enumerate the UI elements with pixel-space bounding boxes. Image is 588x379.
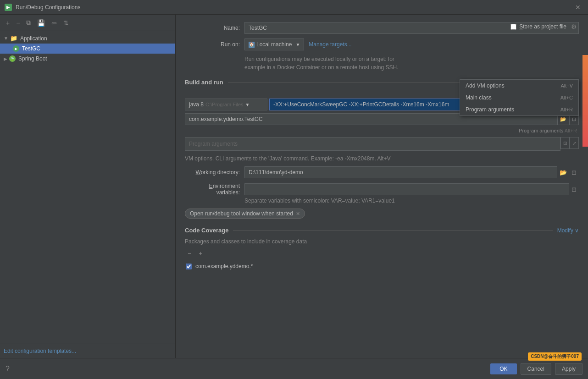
help-icon[interactable]: ? [6, 365, 10, 373]
expand-icon-application: ▼ [4, 36, 8, 41]
run-on-label: Run on: [185, 41, 244, 48]
sidebar-group-label-springboot: Spring Boot [18, 55, 47, 62]
code-coverage-title: Code Coverage [185, 227, 228, 234]
program-args-fullscreen-btn[interactable]: ⤢ [570, 137, 579, 149]
env-vars-label: Environment variables: [185, 183, 244, 196]
build-run-section-header: Build and run Modify options ∨ Alt+M Add… [185, 79, 579, 86]
java-path-label: C:\Program Files [205, 102, 244, 107]
env-vars-description: Separate variables with semicolon: VAR=v… [244, 198, 579, 204]
open-debug-chip-text: Open run/debug tool window when started [190, 210, 293, 217]
coverage-toolbar: − + [185, 248, 579, 258]
coverage-packages-label: Packages and classes to include in cover… [185, 238, 579, 245]
edit-templates-link[interactable]: Edit configuration templates... [4, 348, 76, 354]
modify-options-area: Modify options ∨ Alt+M Add VM options Al… [519, 79, 579, 86]
program-args-label-row: Program arguments Alt+R [185, 128, 579, 133]
close-button[interactable]: ✕ [572, 3, 583, 12]
name-label: Name: [185, 25, 244, 31]
program-args-label: Program arguments Alt+R [519, 128, 577, 133]
run-on-desc-line2: example in a Docker Container or on a re… [244, 63, 579, 71]
coverage-item-text: com.example.yddemo.* [195, 263, 253, 269]
sidebar-toolbar: + − ⧉ 💾 ⇦ ⇅ [0, 15, 175, 31]
open-debug-chip-container: Open run/debug tool window when started … [185, 209, 305, 219]
bottom-bar: ? OK Cancel Apply [0, 358, 588, 379]
run-on-value: Local machine [256, 41, 292, 48]
app-icon: ▶ [5, 4, 12, 11]
java-version-label: java 8 [189, 101, 204, 108]
run-on-row: Run on: 🏠 Local machine ▼ Manage targets… [185, 38, 579, 50]
home-icon: 🏠 [249, 42, 255, 48]
close-chip-btn[interactable]: ✕ [296, 211, 300, 217]
coverage-item: com.example.yddemo.* [185, 261, 579, 271]
code-coverage-header: Code Coverage Modify ∨ [185, 227, 579, 234]
program-args-expand-btn[interactable]: ⊡ [560, 137, 570, 149]
vm-description: VM options. CLI arguments to the 'Java' … [185, 155, 579, 162]
store-as-project-label: Store as project file [519, 23, 566, 30]
working-dir-input[interactable] [244, 166, 557, 178]
env-vars-expand-btn[interactable]: ⊡ [569, 183, 579, 195]
working-dir-label: Working directory: [185, 169, 244, 176]
save-config-btn[interactable]: 💾 [35, 18, 47, 28]
move-config-btn[interactable]: ⇦ [49, 18, 59, 28]
expand-icon-springboot: ▶ [4, 56, 7, 61]
right-edge-decoration [582, 55, 588, 147]
run-on-desc-line1: Run configurations may be executed local… [244, 55, 579, 63]
sort-config-btn[interactable]: ⇅ [61, 18, 71, 28]
run-icon-testgc: ▶ [13, 45, 19, 52]
java-dropdown-arrow: ▼ [245, 102, 250, 107]
dropdown-arrow-icon: ▼ [295, 42, 300, 47]
cancel-button[interactable]: Cancel [521, 363, 551, 375]
settings-gear-btn[interactable]: ⚙ [569, 22, 579, 31]
apply-button[interactable]: Apply [555, 363, 582, 375]
run-on-dropdown[interactable]: 🏠 Local machine ▼ [244, 38, 304, 50]
coverage-item-checkbox[interactable] [186, 264, 192, 269]
springboot-icon: 🍃 [9, 55, 16, 62]
coverage-modify-link[interactable]: Modify ∨ [557, 227, 579, 234]
copy-config-btn[interactable]: ⧉ [24, 17, 33, 28]
sidebar: + − ⧉ 💾 ⇦ ⇅ ▼ 📁 Application ▶ TestGC ▶ 🍃 [0, 15, 176, 358]
sidebar-footer: Edit configuration templates... [0, 344, 175, 358]
sidebar-tree: ▼ 📁 Application ▶ TestGC ▶ 🍃 Spring Boot [0, 31, 175, 344]
coverage-remove-btn[interactable]: − [185, 248, 194, 258]
sidebar-item-testgc[interactable]: ▶ TestGC [0, 44, 175, 54]
remove-config-btn[interactable]: − [14, 18, 22, 28]
sidebar-item-application[interactable]: ▼ 📁 Application [0, 33, 175, 44]
store-project-area: Store as project file ⚙ [510, 22, 579, 31]
manage-targets-link[interactable]: Manage targets... [309, 41, 351, 48]
working-dir-expand-btn[interactable]: ⊡ [569, 166, 579, 178]
working-dir-row: Working directory: 📂 ⊡ [185, 166, 579, 178]
add-config-btn[interactable]: + [4, 18, 12, 28]
coverage-add-btn[interactable]: + [196, 248, 205, 258]
program-args-input[interactable] [185, 137, 560, 151]
csdn-watermark: CSDN@奋斗的狮子007 [528, 352, 582, 361]
working-dir-browse-btn[interactable]: 📂 [557, 166, 569, 178]
env-vars-input[interactable] [244, 183, 569, 195]
code-coverage-divider [233, 230, 552, 231]
main-container: + − ⧉ 💾 ⇦ ⇅ ▼ 📁 Application ▶ TestGC ▶ 🍃 [0, 15, 588, 358]
sidebar-group-label-application: Application [20, 35, 47, 42]
store-as-project-checkbox[interactable] [510, 24, 516, 30]
title-bar: ▶ Run/Debug Configurations ✕ [0, 0, 588, 15]
sidebar-item-springboot[interactable]: ▶ 🍃 Spring Boot [0, 54, 175, 64]
ok-button[interactable]: OK [490, 363, 516, 374]
run-on-description: Run configurations may be executed local… [244, 55, 579, 71]
title-bar-text: Run/Debug Configurations [16, 4, 572, 11]
sidebar-item-label-testgc: TestGC [22, 45, 40, 52]
program-args-row: ⊡ ⤢ [185, 137, 579, 151]
content-panel: Store as project file ⚙ Name: Run on: 🏠 … [176, 15, 588, 358]
folder-icon-application: 📁 [10, 35, 17, 42]
open-debug-chip: Open run/debug tool window when started … [185, 209, 579, 225]
java-version-dropdown[interactable]: java 8 C:\Program Files ▼ [185, 99, 267, 110]
modify-options-dropdown: Add VM options Alt+V Main class Alt+C Pr… [460, 79, 579, 116]
modify-dropdown-program-args[interactable]: Program arguments Alt+R [460, 104, 578, 115]
modify-dropdown-add-vm[interactable]: Add VM options Alt+V [460, 80, 578, 92]
build-run-title: Build and run [185, 79, 223, 86]
env-vars-row: Environment variables: ⊡ [185, 183, 579, 196]
modify-dropdown-main-class[interactable]: Main class Alt+C [460, 92, 578, 104]
